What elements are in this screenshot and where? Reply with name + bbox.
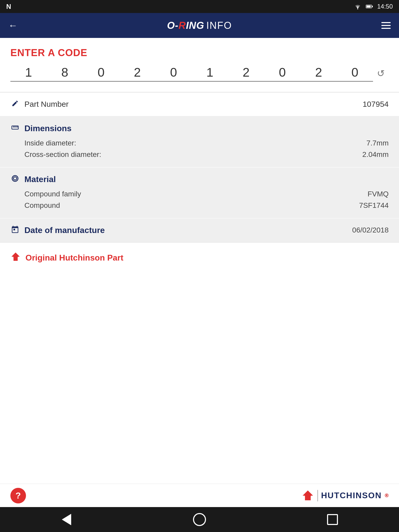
digit-value-2[interactable]: 8	[47, 66, 83, 82]
compound-family-label: Compound family	[24, 190, 81, 198]
digit-1[interactable]: 1	[10, 66, 47, 82]
title-r: R	[178, 20, 186, 31]
digit-10[interactable]: 0	[337, 66, 373, 82]
digit-value-9[interactable]: 2	[301, 66, 337, 82]
status-time: 14:50	[377, 3, 393, 10]
cross-section-row: Cross-section diameter: 2.04mm	[24, 149, 389, 160]
calendar-icon	[10, 225, 20, 235]
inside-diameter-value: 7.7mm	[366, 139, 389, 147]
compound-row: Compound 7SF1744	[24, 200, 389, 211]
cross-section-value: 2.04mm	[362, 150, 389, 159]
dimensions-header: Dimensions	[0, 116, 399, 137]
digit-value-3[interactable]: 0	[83, 66, 119, 82]
material-details: Compound family FVMQ Compound 7SF1744	[0, 188, 399, 217]
info-sections: Part Number 107954 Dimensions Inside dia…	[0, 92, 399, 484]
main-content: ENTER A CODE 1 8 0 2 0 1 2	[0, 38, 399, 507]
back-button[interactable]: ←	[8, 20, 18, 31]
enter-code-section: ENTER A CODE 1 8 0 2 0 1 2	[0, 38, 399, 87]
digit-value-4[interactable]: 2	[119, 66, 156, 82]
menu-line-3	[381, 28, 391, 29]
nav-home-button[interactable]	[192, 512, 207, 527]
compound-value: 7SF1744	[359, 201, 389, 210]
code-digits-row[interactable]: 1 8 0 2 0 1 2 0 2	[10, 66, 389, 82]
title-info: INFO	[206, 20, 232, 31]
oring-icon	[10, 175, 20, 184]
compound-family-value: FVMQ	[368, 190, 389, 198]
dimensions-section: Dimensions Inside diameter: 7.7mm Cross-…	[0, 116, 399, 167]
hutchinson-logo-icon	[10, 252, 21, 264]
battery-icon	[366, 4, 373, 9]
title-dash: -	[175, 20, 179, 31]
header: ← O-RING INFO	[0, 13, 399, 38]
enter-code-title: ENTER A CODE	[10, 47, 389, 58]
ruler-icon	[10, 124, 20, 133]
nav-recent-icon	[327, 514, 338, 525]
part-number-row: Part Number 107954	[0, 92, 399, 116]
date-section: Date of manufacture 06/02/2018	[0, 218, 399, 243]
carrier-icon: N	[6, 3, 11, 11]
hutchinson-g-logo	[301, 490, 314, 501]
date-header: Date of manufacture 06/02/2018	[0, 218, 399, 242]
digit-value-5[interactable]: 0	[155, 66, 192, 82]
app-title: O-RING INFO	[167, 20, 232, 31]
title-ing: ING	[186, 20, 204, 31]
digit-value-8[interactable]: 0	[264, 66, 301, 82]
digit-4[interactable]: 2	[119, 66, 156, 82]
compound-family-row: Compound family FVMQ	[24, 188, 389, 200]
part-number-left: Part Number	[10, 100, 69, 109]
digit-7[interactable]: 2	[228, 66, 264, 82]
svg-point-5	[14, 177, 17, 180]
digit-value-1[interactable]: 1	[10, 66, 47, 82]
inside-diameter-row: Inside diameter: 7.7mm	[24, 137, 389, 149]
svg-point-0	[357, 8, 358, 9]
menu-line-1	[381, 22, 391, 23]
digit-6[interactable]: 1	[192, 66, 228, 82]
compound-label: Compound	[24, 201, 60, 210]
svg-point-4	[12, 176, 18, 182]
date-title: Date of manufacture	[24, 225, 105, 235]
cross-section-label: Cross-section diameter:	[24, 150, 101, 159]
nav-recent-button[interactable]	[325, 512, 340, 527]
svg-rect-2	[367, 5, 371, 8]
hutchinson-brand: HUTCHINSON ®	[301, 490, 389, 501]
menu-button[interactable]	[381, 22, 391, 29]
material-section: Material Compound family FVMQ Compound 7…	[0, 167, 399, 218]
digit-value-7[interactable]: 2	[228, 66, 264, 82]
title-oring: O-RING	[167, 20, 204, 31]
hutchinson-label: Original Hutchinson Part	[25, 253, 123, 263]
dimensions-title: Dimensions	[24, 124, 71, 133]
pencil-icon	[10, 100, 20, 109]
nav-home-icon	[193, 513, 206, 526]
help-icon[interactable]: ?	[16, 490, 21, 501]
part-number-label: Part Number	[24, 100, 69, 109]
brand-name: HUTCHINSON	[321, 491, 382, 500]
digit-5[interactable]: 0	[155, 66, 192, 82]
digit-value-10[interactable]: 0	[337, 66, 373, 82]
menu-line-2	[381, 25, 391, 26]
date-value: 06/02/2018	[352, 226, 389, 234]
title-o: O	[167, 20, 175, 31]
status-carrier: N	[6, 3, 11, 11]
svg-rect-3	[372, 6, 373, 7]
status-right: 14:50	[354, 3, 393, 10]
digit-2[interactable]: 8	[47, 66, 83, 82]
digit-3[interactable]: 0	[83, 66, 119, 82]
status-bar: N 14:50	[0, 0, 399, 13]
digit-9[interactable]: 2	[301, 66, 337, 82]
nav-back-icon	[62, 514, 71, 525]
bottom-bar: ? HUTCHINSON ®	[0, 484, 399, 507]
dimensions-details: Inside diameter: 7.7mm Cross-section dia…	[0, 137, 399, 167]
trademark-symbol: ®	[385, 493, 389, 498]
wifi-icon	[354, 4, 362, 9]
hutchinson-row: Original Hutchinson Part	[0, 244, 399, 272]
inside-diameter-label: Inside diameter:	[24, 139, 76, 147]
digit-8[interactable]: 0	[264, 66, 301, 82]
material-title: Material	[24, 175, 56, 184]
help-button[interactable]: ?	[10, 488, 26, 503]
digit-value-6[interactable]: 1	[192, 66, 228, 82]
reset-icon[interactable]: ↺	[377, 68, 385, 79]
brand-divider	[317, 490, 318, 501]
reset-button[interactable]: ↺	[373, 68, 389, 82]
material-header: Material	[0, 167, 399, 188]
nav-back-button[interactable]	[59, 512, 74, 527]
